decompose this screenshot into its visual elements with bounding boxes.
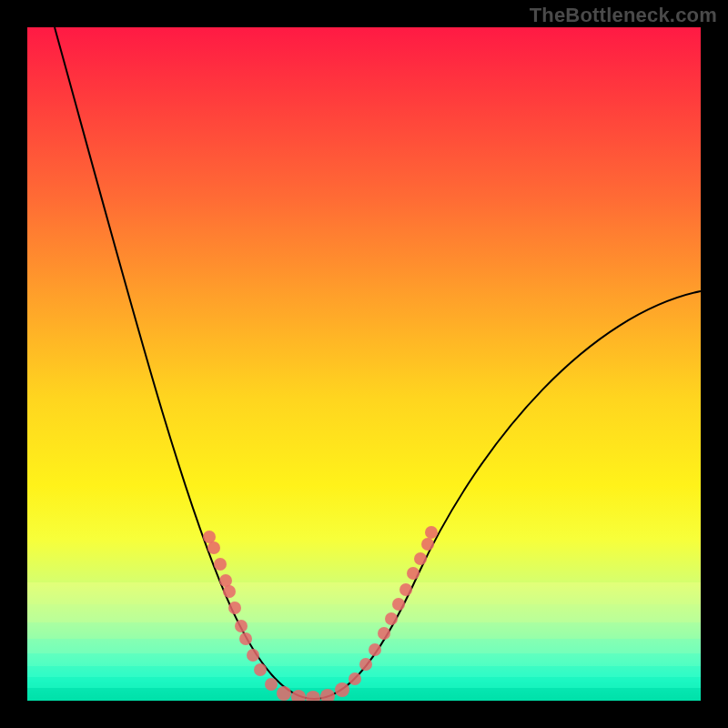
- chart-background-gradient: [27, 27, 701, 701]
- chart-frame: [27, 27, 701, 701]
- watermark-text: TheBottleneck.com: [530, 4, 717, 27]
